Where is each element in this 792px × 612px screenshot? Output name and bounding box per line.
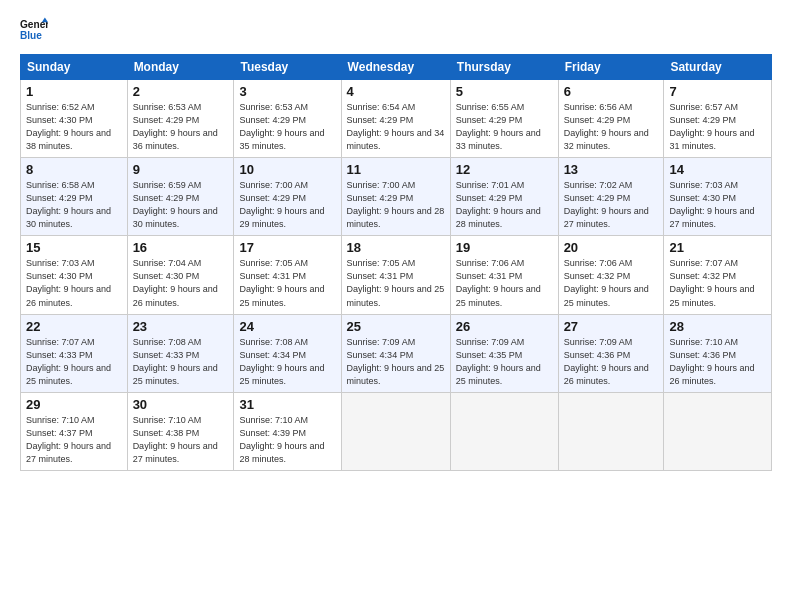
calendar-week-row: 29 Sunrise: 7:10 AMSunset: 4:37 PMDaylig… <box>21 392 772 470</box>
calendar-cell: 31 Sunrise: 7:10 AMSunset: 4:39 PMDaylig… <box>234 392 341 470</box>
calendar-cell: 22 Sunrise: 7:07 AMSunset: 4:33 PMDaylig… <box>21 314 128 392</box>
calendar-cell: 5 Sunrise: 6:55 AMSunset: 4:29 PMDayligh… <box>450 80 558 158</box>
header: General Blue <box>20 16 772 44</box>
day-info: Sunrise: 7:09 AMSunset: 4:36 PMDaylight:… <box>564 337 649 386</box>
day-number: 25 <box>347 319 445 334</box>
calendar-cell: 14 Sunrise: 7:03 AMSunset: 4:30 PMDaylig… <box>664 158 772 236</box>
day-info: Sunrise: 7:09 AMSunset: 4:34 PMDaylight:… <box>347 337 445 386</box>
calendar-day-header: Tuesday <box>234 55 341 80</box>
day-info: Sunrise: 6:57 AMSunset: 4:29 PMDaylight:… <box>669 102 754 151</box>
calendar-cell: 12 Sunrise: 7:01 AMSunset: 4:29 PMDaylig… <box>450 158 558 236</box>
day-number: 28 <box>669 319 766 334</box>
calendar-cell: 27 Sunrise: 7:09 AMSunset: 4:36 PMDaylig… <box>558 314 664 392</box>
day-info: Sunrise: 7:00 AMSunset: 4:29 PMDaylight:… <box>347 180 445 229</box>
calendar-cell: 16 Sunrise: 7:04 AMSunset: 4:30 PMDaylig… <box>127 236 234 314</box>
day-number: 1 <box>26 84 122 99</box>
day-number: 24 <box>239 319 335 334</box>
calendar-day-header: Wednesday <box>341 55 450 80</box>
calendar-week-row: 8 Sunrise: 6:58 AMSunset: 4:29 PMDayligh… <box>21 158 772 236</box>
day-info: Sunrise: 7:06 AMSunset: 4:31 PMDaylight:… <box>456 258 541 307</box>
logo: General Blue <box>20 16 48 44</box>
day-number: 7 <box>669 84 766 99</box>
day-info: Sunrise: 6:53 AMSunset: 4:29 PMDaylight:… <box>239 102 324 151</box>
calendar-cell: 9 Sunrise: 6:59 AMSunset: 4:29 PMDayligh… <box>127 158 234 236</box>
calendar-cell: 24 Sunrise: 7:08 AMSunset: 4:34 PMDaylig… <box>234 314 341 392</box>
day-info: Sunrise: 7:08 AMSunset: 4:33 PMDaylight:… <box>133 337 218 386</box>
day-number: 29 <box>26 397 122 412</box>
calendar-cell <box>341 392 450 470</box>
page: General Blue SundayMondayTuesdayWednesda… <box>0 0 792 612</box>
day-number: 13 <box>564 162 659 177</box>
day-info: Sunrise: 7:07 AMSunset: 4:32 PMDaylight:… <box>669 258 754 307</box>
day-number: 14 <box>669 162 766 177</box>
day-number: 10 <box>239 162 335 177</box>
day-number: 6 <box>564 84 659 99</box>
day-number: 30 <box>133 397 229 412</box>
calendar-cell <box>450 392 558 470</box>
day-info: Sunrise: 7:00 AMSunset: 4:29 PMDaylight:… <box>239 180 324 229</box>
day-info: Sunrise: 6:56 AMSunset: 4:29 PMDaylight:… <box>564 102 649 151</box>
day-info: Sunrise: 7:10 AMSunset: 4:36 PMDaylight:… <box>669 337 754 386</box>
day-number: 20 <box>564 240 659 255</box>
day-number: 31 <box>239 397 335 412</box>
day-number: 19 <box>456 240 553 255</box>
day-info: Sunrise: 7:07 AMSunset: 4:33 PMDaylight:… <box>26 337 111 386</box>
day-info: Sunrise: 7:06 AMSunset: 4:32 PMDaylight:… <box>564 258 649 307</box>
day-number: 22 <box>26 319 122 334</box>
day-info: Sunrise: 7:03 AMSunset: 4:30 PMDaylight:… <box>669 180 754 229</box>
day-info: Sunrise: 7:10 AMSunset: 4:38 PMDaylight:… <box>133 415 218 464</box>
day-number: 16 <box>133 240 229 255</box>
day-info: Sunrise: 7:10 AMSunset: 4:37 PMDaylight:… <box>26 415 111 464</box>
calendar-cell: 26 Sunrise: 7:09 AMSunset: 4:35 PMDaylig… <box>450 314 558 392</box>
day-info: Sunrise: 7:01 AMSunset: 4:29 PMDaylight:… <box>456 180 541 229</box>
calendar-header-row: SundayMondayTuesdayWednesdayThursdayFrid… <box>21 55 772 80</box>
day-info: Sunrise: 7:04 AMSunset: 4:30 PMDaylight:… <box>133 258 218 307</box>
day-info: Sunrise: 6:55 AMSunset: 4:29 PMDaylight:… <box>456 102 541 151</box>
day-info: Sunrise: 7:05 AMSunset: 4:31 PMDaylight:… <box>239 258 324 307</box>
day-number: 27 <box>564 319 659 334</box>
calendar-cell: 20 Sunrise: 7:06 AMSunset: 4:32 PMDaylig… <box>558 236 664 314</box>
day-info: Sunrise: 7:10 AMSunset: 4:39 PMDaylight:… <box>239 415 324 464</box>
day-number: 9 <box>133 162 229 177</box>
day-number: 5 <box>456 84 553 99</box>
day-number: 17 <box>239 240 335 255</box>
day-number: 21 <box>669 240 766 255</box>
calendar-table: SundayMondayTuesdayWednesdayThursdayFrid… <box>20 54 772 471</box>
day-info: Sunrise: 6:58 AMSunset: 4:29 PMDaylight:… <box>26 180 111 229</box>
day-info: Sunrise: 7:03 AMSunset: 4:30 PMDaylight:… <box>26 258 111 307</box>
calendar-day-header: Thursday <box>450 55 558 80</box>
day-info: Sunrise: 6:59 AMSunset: 4:29 PMDaylight:… <box>133 180 218 229</box>
calendar-week-row: 15 Sunrise: 7:03 AMSunset: 4:30 PMDaylig… <box>21 236 772 314</box>
day-info: Sunrise: 6:52 AMSunset: 4:30 PMDaylight:… <box>26 102 111 151</box>
calendar-week-row: 22 Sunrise: 7:07 AMSunset: 4:33 PMDaylig… <box>21 314 772 392</box>
day-number: 8 <box>26 162 122 177</box>
calendar-cell: 3 Sunrise: 6:53 AMSunset: 4:29 PMDayligh… <box>234 80 341 158</box>
day-info: Sunrise: 6:54 AMSunset: 4:29 PMDaylight:… <box>347 102 445 151</box>
day-info: Sunrise: 7:02 AMSunset: 4:29 PMDaylight:… <box>564 180 649 229</box>
calendar-cell: 21 Sunrise: 7:07 AMSunset: 4:32 PMDaylig… <box>664 236 772 314</box>
calendar-cell: 4 Sunrise: 6:54 AMSunset: 4:29 PMDayligh… <box>341 80 450 158</box>
calendar-cell: 2 Sunrise: 6:53 AMSunset: 4:29 PMDayligh… <box>127 80 234 158</box>
calendar-cell: 23 Sunrise: 7:08 AMSunset: 4:33 PMDaylig… <box>127 314 234 392</box>
day-info: Sunrise: 6:53 AMSunset: 4:29 PMDaylight:… <box>133 102 218 151</box>
day-info: Sunrise: 7:05 AMSunset: 4:31 PMDaylight:… <box>347 258 445 307</box>
day-number: 12 <box>456 162 553 177</box>
calendar-cell: 7 Sunrise: 6:57 AMSunset: 4:29 PMDayligh… <box>664 80 772 158</box>
calendar-cell: 13 Sunrise: 7:02 AMSunset: 4:29 PMDaylig… <box>558 158 664 236</box>
calendar-day-header: Monday <box>127 55 234 80</box>
day-number: 23 <box>133 319 229 334</box>
calendar-cell: 18 Sunrise: 7:05 AMSunset: 4:31 PMDaylig… <box>341 236 450 314</box>
day-number: 26 <box>456 319 553 334</box>
day-number: 2 <box>133 84 229 99</box>
day-number: 15 <box>26 240 122 255</box>
day-number: 18 <box>347 240 445 255</box>
calendar-cell: 10 Sunrise: 7:00 AMSunset: 4:29 PMDaylig… <box>234 158 341 236</box>
logo-icon: General Blue <box>20 16 48 44</box>
svg-text:Blue: Blue <box>20 30 42 41</box>
calendar-cell: 15 Sunrise: 7:03 AMSunset: 4:30 PMDaylig… <box>21 236 128 314</box>
day-number: 3 <box>239 84 335 99</box>
calendar-day-header: Saturday <box>664 55 772 80</box>
calendar-cell: 29 Sunrise: 7:10 AMSunset: 4:37 PMDaylig… <box>21 392 128 470</box>
calendar-cell <box>664 392 772 470</box>
calendar-cell: 11 Sunrise: 7:00 AMSunset: 4:29 PMDaylig… <box>341 158 450 236</box>
